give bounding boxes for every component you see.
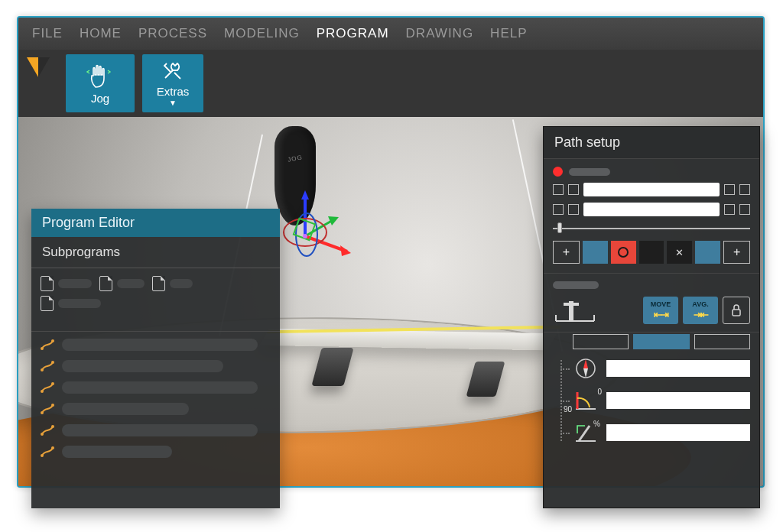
svg-point-23 — [51, 446, 54, 449]
percent-field[interactable] — [606, 424, 750, 441]
extras-tools-icon — [161, 60, 184, 82]
menu-home[interactable]: HOME — [80, 26, 122, 41]
move-mode-label: MOVE — [651, 300, 671, 308]
svg-marker-32 — [583, 368, 588, 378]
path-setup-top-section — [544, 159, 759, 274]
tcp-gizmo-icon[interactable] — [275, 190, 366, 282]
menu-program[interactable]: PROGRAM — [317, 26, 389, 41]
svg-point-13 — [51, 339, 54, 342]
svg-point-19 — [51, 404, 54, 407]
option-checkbox[interactable] — [568, 204, 579, 215]
path-icon — [41, 445, 54, 459]
subprogram-file-grid — [31, 274, 280, 317]
menu-drawing[interactable]: DRAWING — [406, 26, 474, 41]
svg-line-36 — [579, 426, 590, 441]
color-swatch-blue-2[interactable] — [695, 241, 720, 264]
menubar: FILE HOME PROCESS MODELING PROGRAM DRAWI… — [18, 18, 763, 50]
option-checkbox[interactable] — [568, 184, 579, 195]
lock-button[interactable] — [723, 297, 750, 324]
segment-option[interactable] — [573, 334, 629, 349]
file-icon — [99, 276, 112, 291]
extras-button[interactable]: Extras ▼ — [142, 54, 203, 112]
menu-modeling[interactable]: MODELING — [224, 26, 300, 41]
svg-point-11 — [303, 234, 307, 238]
file-icon — [41, 276, 54, 291]
svg-point-15 — [51, 361, 54, 364]
path-list-item[interactable] — [41, 338, 271, 352]
color-swatch-black[interactable] — [639, 241, 664, 264]
delete-button[interactable] — [667, 241, 692, 264]
svg-marker-1 — [27, 57, 38, 77]
subprogram-file[interactable] — [152, 276, 193, 291]
move-mode-button[interactable]: MOVE ⇤⇥ — [643, 297, 678, 324]
lock-icon — [729, 303, 743, 317]
path-icon — [41, 423, 54, 437]
slider[interactable] — [553, 222, 750, 233]
option-checkbox[interactable] — [553, 204, 564, 215]
menu-process[interactable]: PROCESS — [138, 26, 207, 41]
extras-label: Extras — [157, 85, 190, 98]
svg-marker-3 — [301, 190, 309, 200]
option-checkbox[interactable] — [724, 184, 735, 195]
avg-mode-button[interactable]: AVG. ⇥⇤ — [683, 297, 718, 324]
svg-marker-31 — [583, 359, 588, 368]
move-arrows-icon: ⇤⇥ — [654, 309, 668, 320]
program-editor-title: Program Editor — [31, 209, 280, 237]
svg-rect-29 — [733, 310, 740, 316]
svg-point-14 — [41, 368, 44, 371]
option-checkbox[interactable] — [739, 184, 750, 195]
divider — [31, 268, 280, 268]
jog-button[interactable]: Jog — [66, 54, 135, 112]
ribbon-toolbar: Jog Extras ▼ — [18, 50, 763, 117]
param-row-direction — [573, 357, 750, 380]
color-swatch-red[interactable] — [611, 241, 636, 264]
path-list-item[interactable] — [41, 402, 271, 416]
svg-point-20 — [41, 433, 44, 436]
program-editor-section-label: Subprograms — [31, 237, 280, 264]
path-icon — [41, 402, 54, 416]
color-swatch-blue[interactable] — [583, 241, 608, 264]
avg-arrows-icon: ⇥⇤ — [694, 309, 707, 320]
path-item-label — [62, 360, 223, 372]
path-list-item[interactable] — [41, 381, 271, 394]
option-checkbox[interactable] — [724, 204, 735, 215]
add-before-button[interactable] — [553, 241, 580, 264]
jog-label: Jog — [91, 92, 109, 105]
lean-percent-icon: % — [573, 421, 599, 444]
tilt-field[interactable] — [606, 392, 750, 409]
path-list-item[interactable] — [41, 359, 271, 373]
option-checkbox[interactable] — [553, 184, 564, 195]
menu-help[interactable]: HELP — [490, 26, 527, 41]
direction-field[interactable] — [606, 360, 750, 377]
file-label — [58, 279, 92, 288]
option-checkbox[interactable] — [739, 204, 750, 215]
slider-thumb[interactable] — [557, 222, 562, 233]
path-list-item[interactable] — [41, 445, 271, 459]
field-input[interactable] — [583, 203, 720, 216]
svg-point-21 — [51, 425, 54, 428]
percent-label: % — [593, 420, 600, 428]
path-list-item[interactable] — [41, 423, 271, 437]
torch-orientation-icon — [553, 297, 597, 327]
param-row-percent: % — [573, 421, 750, 444]
svg-point-18 — [41, 411, 44, 414]
svg-point-16 — [41, 390, 44, 393]
add-after-button[interactable] — [723, 241, 750, 264]
slider-track — [553, 228, 750, 229]
segment-option[interactable] — [694, 334, 750, 349]
file-label — [170, 279, 193, 288]
field-input[interactable] — [583, 183, 720, 196]
subprogram-file[interactable] — [41, 276, 92, 291]
record-label — [569, 168, 610, 176]
svg-marker-5 — [340, 245, 351, 256]
segment-option-selected[interactable] — [633, 334, 689, 349]
subprogram-file[interactable] — [99, 276, 145, 291]
path-setup-params: 0 90 % — [544, 332, 759, 462]
path-item-label — [62, 339, 258, 351]
path-setup-panel[interactable]: Path setup — [543, 126, 760, 508]
program-editor-panel[interactable]: Program Editor Subprograms — [31, 209, 280, 508]
svg-point-22 — [41, 454, 44, 457]
subprogram-file[interactable] — [41, 296, 271, 311]
menu-file[interactable]: FILE — [32, 26, 63, 41]
path-setup-title: Path setup — [544, 127, 759, 159]
